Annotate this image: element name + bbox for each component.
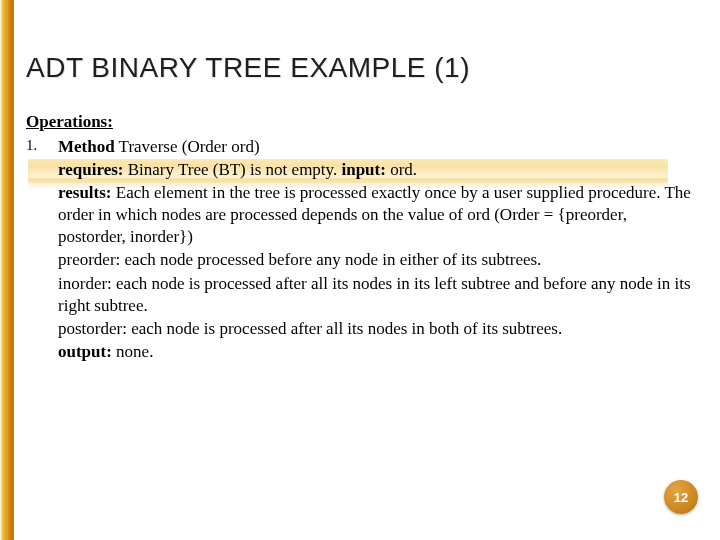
output-text: none. [112,342,154,361]
list-item: 1. Method Traverse (Order ord) requires:… [26,136,694,364]
results-text: Each element in the tree is processed ex… [58,183,691,246]
method-label: Method [58,137,115,156]
item-body: Method Traverse (Order ord) requires: Bi… [58,136,694,364]
page-number: 12 [674,490,688,505]
body-content: Operations: 1. Method Traverse (Order or… [26,112,694,364]
slide-content: ADT BINARY TREE EXAMPLE (1) Operations: … [0,0,720,540]
page-number-badge: 12 [664,480,698,514]
section-heading: Operations: [26,112,113,132]
method-signature: Traverse (Order ord) [115,137,260,156]
page-title: ADT BINARY TREE EXAMPLE (1) [26,52,694,84]
input-text: ord. [386,160,417,179]
item-number: 1. [26,136,58,154]
requires-label: requires: [58,160,123,179]
postorder-text: postorder: each node is processed after … [58,318,694,340]
preorder-text: preorder: each node processed before any… [58,249,694,271]
operations-list: 1. Method Traverse (Order ord) requires:… [26,136,694,364]
requires-text: Binary Tree (BT) is not empty. [123,160,341,179]
results-label: results: [58,183,112,202]
input-label: input: [341,160,385,179]
output-label: output: [58,342,112,361]
inorder-text: inorder: each node is processed after al… [58,273,694,317]
